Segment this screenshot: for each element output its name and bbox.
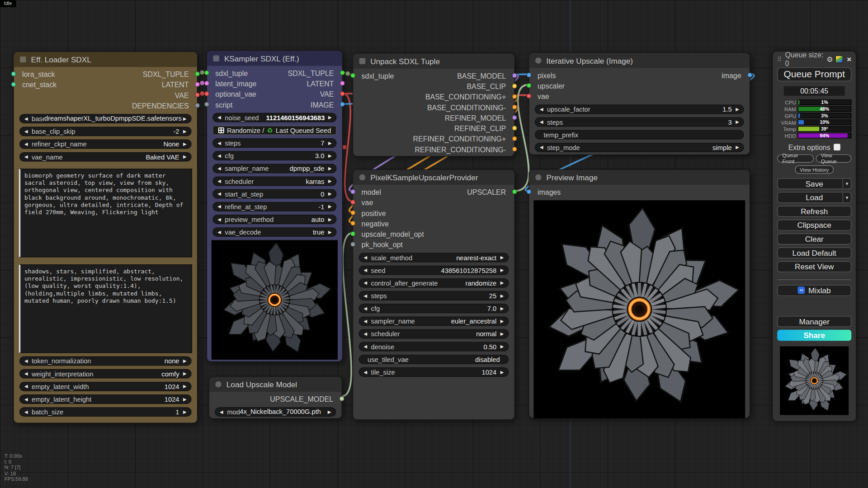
drag-handle-icon[interactable]: ⠿ xyxy=(777,56,782,63)
collapse-icon[interactable] xyxy=(359,174,365,180)
increment-arrow-icon[interactable]: ▶ xyxy=(500,294,504,298)
output-slot-VAE[interactable] xyxy=(340,91,345,96)
widget-step_mode[interactable]: ◀step_modesimple▶ xyxy=(535,143,744,152)
widget-preview_method[interactable]: ◀preview_methodauto▶ xyxy=(212,215,336,224)
node-eff-loader-sdxl[interactable]: Eff. Loader SDXLlora_stackSDXL_TUPLEcnet… xyxy=(13,52,198,423)
widget-cfg[interactable]: ◀cfg7.0▶ xyxy=(359,304,509,313)
widget-seed[interactable]: ◀seed438561012875258▶ xyxy=(359,266,509,275)
mixlab-button[interactable]: ∞Mixlab xyxy=(777,285,851,296)
output-slot-LATENT[interactable] xyxy=(340,81,345,86)
input-slot-lora_stack[interactable] xyxy=(11,71,16,76)
widget-batch_size[interactable]: ◀batch_size1▶ xyxy=(19,407,192,417)
decrement-arrow-icon[interactable]: ◀ xyxy=(217,115,221,120)
input-slot-sdxl_tuple[interactable] xyxy=(204,70,209,75)
widget-steps[interactable]: ◀steps7▶ xyxy=(212,138,336,148)
decrement-arrow-icon[interactable]: ◀ xyxy=(363,294,367,298)
decrement-arrow-icon[interactable]: ◀ xyxy=(217,204,221,209)
widget-start_at_step[interactable]: ◀start_at_step0▶ xyxy=(212,189,336,199)
queue-prompt-button[interactable]: Queue Prompt xyxy=(777,67,851,81)
input-slot-upscale_model_opt[interactable] xyxy=(350,231,355,236)
increment-arrow-icon[interactable]: ▶ xyxy=(736,107,739,112)
increment-arrow-icon[interactable]: ▶ xyxy=(328,192,332,196)
decrement-arrow-icon[interactable]: ◀ xyxy=(540,120,543,124)
output-slot-REFINER_CONDITIONING-[interactable] xyxy=(512,146,517,151)
decrement-arrow-icon[interactable]: ◀ xyxy=(363,306,367,311)
node-header-load-upscale-model[interactable]: Load Upscale Model xyxy=(209,377,342,392)
increment-arrow-icon[interactable]: ▶ xyxy=(183,397,187,402)
widget-model_name[interactable]: ◀model_name4x_Nickelback_70000G.pth▶ xyxy=(215,407,336,417)
input-slot-optional_vae[interactable] xyxy=(204,91,209,96)
input-slot-sdxl_tuple[interactable] xyxy=(350,73,355,78)
collapse-icon[interactable] xyxy=(215,381,221,387)
settings-gear-icon[interactable]: ⚙ xyxy=(826,55,833,63)
decrement-arrow-icon[interactable]: ◀ xyxy=(363,268,367,272)
node-iterative-upscale-image[interactable]: Iterative Upscale (Image)pixelsimageupsc… xyxy=(528,52,750,155)
widget-base_clip_skip[interactable]: ◀base_clip_skip-2▶ xyxy=(19,127,192,136)
increment-arrow-icon[interactable]: ▶ xyxy=(328,166,332,171)
increment-arrow-icon[interactable]: ▶ xyxy=(328,204,332,209)
increment-arrow-icon[interactable]: ▶ xyxy=(183,155,187,159)
widget-temp_prefix[interactable]: temp_prefix xyxy=(535,130,744,140)
output-slot-LATENT[interactable] xyxy=(195,82,200,87)
increment-arrow-icon[interactable]: ▶ xyxy=(328,410,331,414)
reset-view-button[interactable]: Reset View xyxy=(777,261,851,272)
decrement-arrow-icon[interactable]: ◀ xyxy=(363,344,367,349)
increment-arrow-icon[interactable]: ▶ xyxy=(500,306,504,311)
decrement-arrow-icon[interactable]: ◀ xyxy=(217,230,221,235)
input-slot-model[interactable] xyxy=(350,189,355,194)
increment-arrow-icon[interactable]: ▶ xyxy=(500,332,504,336)
output-slot-BASE_CLIP[interactable] xyxy=(512,84,517,89)
node-header-eff-loader-sdxl[interactable]: Eff. Loader SDXL xyxy=(14,52,197,67)
decrement-arrow-icon[interactable]: ◀ xyxy=(24,142,28,146)
widget-refine_at_step[interactable]: ◀refine_at_step-1▶ xyxy=(212,202,336,211)
increment-arrow-icon[interactable]: ▶ xyxy=(328,179,332,183)
increment-arrow-icon[interactable]: ▶ xyxy=(500,255,504,260)
increment-arrow-icon[interactable]: ▶ xyxy=(500,319,504,324)
decrement-arrow-icon[interactable]: ◀ xyxy=(24,410,28,414)
load-button[interactable]: Load▾ xyxy=(777,192,851,202)
decrement-arrow-icon[interactable]: ◀ xyxy=(217,192,221,196)
decrement-arrow-icon[interactable]: ◀ xyxy=(363,332,367,336)
manager-button[interactable]: Manager xyxy=(777,316,851,327)
output-slot-BASE_CONDITIONING-[interactable] xyxy=(512,104,517,109)
node-header-pixel-ksample-upscaler-provider[interactable]: PixelKSampleUpscalerProvider xyxy=(353,170,514,185)
node-header-unpack-sdxl-tuple[interactable]: Unpack SDXL Tuple xyxy=(353,54,514,69)
output-slot-image[interactable] xyxy=(747,72,752,77)
load-default-button[interactable]: Load Default xyxy=(777,247,851,258)
input-slot-pk_hook_opt[interactable] xyxy=(350,242,355,247)
widget-scheduler[interactable]: ◀schedulerkarras▶ xyxy=(212,177,336,186)
widget-noise_seed[interactable]: ◀noise_seed1121460156943683▶ xyxy=(212,113,336,122)
widget-weight_interpretation[interactable]: ◀weight_interpretationcomfy▶ xyxy=(19,369,192,379)
input-slot-vae[interactable] xyxy=(350,200,355,205)
widget-empty_latent_width[interactable]: ◀empty_latent_width1024▶ xyxy=(19,382,192,391)
widget-empty_latent_height[interactable]: ◀empty_latent_height1024▶ xyxy=(19,394,192,404)
close-icon[interactable]: × xyxy=(847,55,851,64)
collapse-icon[interactable] xyxy=(20,56,26,62)
decrement-arrow-icon[interactable]: ◀ xyxy=(540,145,543,150)
positive-prompt[interactable]: biomorph geometry surface of dark matter… xyxy=(19,169,192,257)
chevron-down-icon[interactable]: ▾ xyxy=(843,192,851,202)
gallery-icon[interactable] xyxy=(835,55,843,63)
input-slot-negative[interactable] xyxy=(350,221,355,226)
output-slot-UPSCALER[interactable] xyxy=(512,189,517,194)
decrement-arrow-icon[interactable]: ◀ xyxy=(217,179,221,183)
widget-upscale_factor[interactable]: ◀upscale_factor1.5▶ xyxy=(535,104,744,114)
widget-tile_size[interactable]: ◀tile_size1024▶ xyxy=(359,367,509,377)
extra-options-checkbox[interactable] xyxy=(834,144,840,150)
increment-arrow-icon[interactable]: ▶ xyxy=(183,410,187,414)
negative-prompt[interactable]: shadows, stars, simplified, abstract, un… xyxy=(19,264,192,353)
decrement-arrow-icon[interactable]: ◀ xyxy=(363,370,367,375)
decrement-arrow-icon[interactable]: ◀ xyxy=(220,410,223,414)
increment-arrow-icon[interactable]: ▶ xyxy=(500,268,504,272)
output-slot-VAE[interactable] xyxy=(195,92,200,97)
collapse-icon[interactable] xyxy=(213,55,219,61)
chevron-down-icon[interactable]: ▾ xyxy=(843,178,851,188)
decrement-arrow-icon[interactable]: ◀ xyxy=(24,384,28,389)
increment-arrow-icon[interactable]: ▶ xyxy=(328,154,332,158)
input-slot-script[interactable] xyxy=(204,102,209,107)
decrement-arrow-icon[interactable]: ◀ xyxy=(363,319,367,324)
increment-arrow-icon[interactable]: ▶ xyxy=(183,359,187,363)
increment-arrow-icon[interactable]: ▶ xyxy=(183,142,187,146)
widget-control_after_generate[interactable]: ◀control_after_generaterandomize▶ xyxy=(359,278,509,288)
widget-base_ckpt_name[interactable]: ◀base_ckpt_namedreamshaperXL_turboDpmppS… xyxy=(19,114,192,123)
